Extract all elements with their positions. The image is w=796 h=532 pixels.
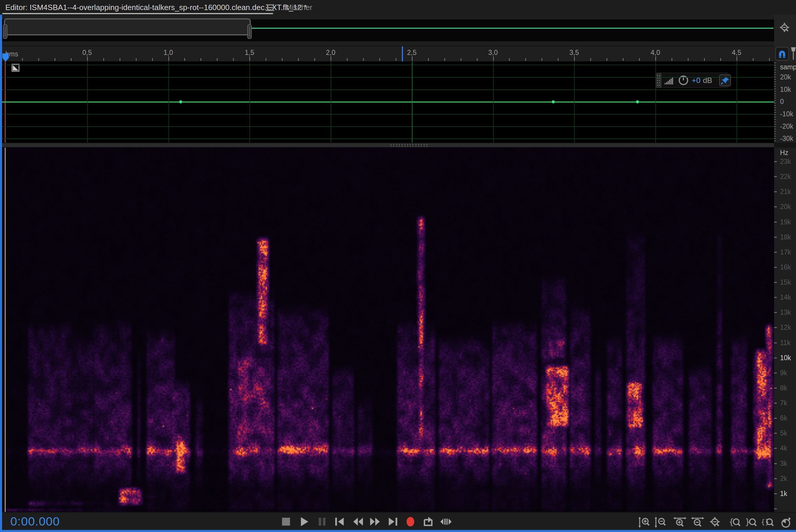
rewind-button[interactable] <box>351 515 365 529</box>
tab-mixer[interactable]: Mischer <box>285 3 312 12</box>
frequency-label: 7k <box>780 399 787 407</box>
snap-toggle-button[interactable] <box>775 47 789 60</box>
frequency-scale[interactable]: Hz23k22k21k20k19k18k17k16k15k14k13k12k11… <box>774 148 796 512</box>
ruler-minor-tick <box>509 58 510 61</box>
frequency-label: 13k <box>780 308 791 317</box>
zoom-selection-button[interactable]: {} <box>761 515 775 529</box>
record-button[interactable] <box>403 515 417 529</box>
frequency-label: 20k <box>780 203 791 211</box>
frequency-tick <box>774 418 777 419</box>
amplitude-tick <box>774 133 776 134</box>
frequency-label: 3k <box>780 460 787 468</box>
loop-playback-button[interactable] <box>421 515 435 529</box>
ruler-minor-tick <box>704 58 705 61</box>
navigator-left-handle[interactable] <box>3 24 7 39</box>
amplitude-tick <box>774 86 776 87</box>
pause-button[interactable] <box>315 515 329 529</box>
waveform-view[interactable]: +0 dB <box>2 61 774 142</box>
amplitude-tick <box>774 119 776 120</box>
frequency-label: 19k <box>780 218 791 226</box>
fast-forward-button[interactable] <box>368 515 382 529</box>
playhead-handle[interactable] <box>2 53 9 62</box>
frequency-label: 6k <box>780 414 787 422</box>
hud-pin-button[interactable] <box>719 74 731 86</box>
waveform-blip <box>636 100 639 103</box>
zoom-out-point-button[interactable]: } <box>744 515 758 529</box>
navigator-right-handle[interactable] <box>247 24 252 39</box>
frequency-tick <box>774 508 777 509</box>
waveform-time-gridline <box>655 61 656 142</box>
view-splitter[interactable] <box>2 142 774 148</box>
active-tab-underline <box>2 13 273 14</box>
frequency-tick <box>774 312 777 313</box>
panel-menu-icon[interactable] <box>265 4 275 12</box>
stop-button[interactable] <box>279 515 293 529</box>
amplitude-tick <box>774 100 776 101</box>
ruler-minor-tick <box>769 58 770 61</box>
zoom-out-full-button[interactable] <box>708 515 722 529</box>
amplitude-label: -20k <box>780 122 793 131</box>
audition-editor-window: { "tabs": { "editor_label": "Editor: ISM… <box>0 0 796 532</box>
amplitude-tick <box>774 103 776 103</box>
ruler-major-tick <box>737 56 737 61</box>
pan-zoom-icon[interactable] <box>778 22 791 35</box>
ruler-gutter <box>774 46 796 61</box>
amplitude-label: 0 <box>780 98 784 106</box>
frequency-label: 17k <box>780 248 791 256</box>
play-button[interactable] <box>297 515 311 529</box>
ruler-minor-tick <box>152 58 153 61</box>
frequency-label: 12k <box>780 324 791 331</box>
skip-to-end-button[interactable] <box>386 515 400 529</box>
time-ruler[interactable]: hms 0,51,01,52,02,53,03,54,04,5 <box>2 46 774 61</box>
frequency-tick <box>774 252 777 253</box>
waveform-time-gridline <box>168 61 169 142</box>
frequency-tick <box>774 161 777 162</box>
ruler-minor-tick <box>363 58 364 61</box>
gain-hud: +0 dB <box>655 73 729 88</box>
amplitude-scale[interactable]: samp20k10k0-10k-20k-30k <box>774 61 796 142</box>
skip-selection-button[interactable] <box>439 515 453 529</box>
skip-to-start-button[interactable] <box>332 515 346 529</box>
zoom-out-vertical-button[interactable] <box>654 515 668 529</box>
zoom-in-point-button[interactable]: { <box>728 515 742 529</box>
ruler-label: 2,5 <box>407 49 417 57</box>
waveform-time-gridline <box>493 61 494 142</box>
ruler-minor-tick <box>720 58 721 61</box>
ruler-major-tick <box>168 56 169 61</box>
ruler-minor-tick <box>477 58 477 61</box>
frequency-label: 8k <box>780 384 787 392</box>
ruler-minor-tick <box>379 58 380 61</box>
marker-pin-icon[interactable] <box>791 47 796 60</box>
zoom-in-vertical-button[interactable] <box>638 515 652 529</box>
navigator-view-range-box[interactable] <box>4 18 251 35</box>
amplitude-tick <box>774 126 776 127</box>
zoom-navigator-bar[interactable] <box>2 15 774 46</box>
timer-button[interactable] <box>780 515 794 529</box>
zoom-out-horizontal-button[interactable] <box>690 515 705 529</box>
amplitude-tick <box>774 140 776 141</box>
amplitude-tick <box>774 74 776 75</box>
ruler-label: 2,0 <box>326 49 336 57</box>
amplitude-tick <box>774 131 776 132</box>
waveform-time-gridline <box>331 61 331 142</box>
amplitude-scale-title: samp <box>780 63 796 71</box>
frequency-tick <box>774 478 777 479</box>
hud-drag-handle[interactable] <box>656 73 662 88</box>
time-display[interactable]: 0:00.000 <box>10 515 60 529</box>
waveform-amplitude-gridline <box>2 77 774 78</box>
spectrogram-canvas[interactable] <box>2 148 774 512</box>
amplitude-tick <box>774 138 776 139</box>
tab-editor[interactable]: Editor: ISM4SBA1--4-overlapping-identica… <box>5 3 307 12</box>
panel-focus-border-bottom <box>0 530 796 532</box>
frequency-label: 18k <box>780 233 791 241</box>
frequency-tick <box>774 373 777 374</box>
ruler-minor-tick <box>542 58 542 61</box>
gain-knob-icon[interactable] <box>678 75 689 86</box>
frequency-scale-title: Hz <box>780 149 788 157</box>
amplitude-tick <box>774 70 776 70</box>
amplitude-tick <box>774 115 776 115</box>
splitter-grip[interactable] <box>391 144 429 147</box>
zoom-in-horizontal-button[interactable] <box>673 515 687 529</box>
amplitude-tick <box>774 67 776 68</box>
amplitude-tick <box>774 89 776 89</box>
